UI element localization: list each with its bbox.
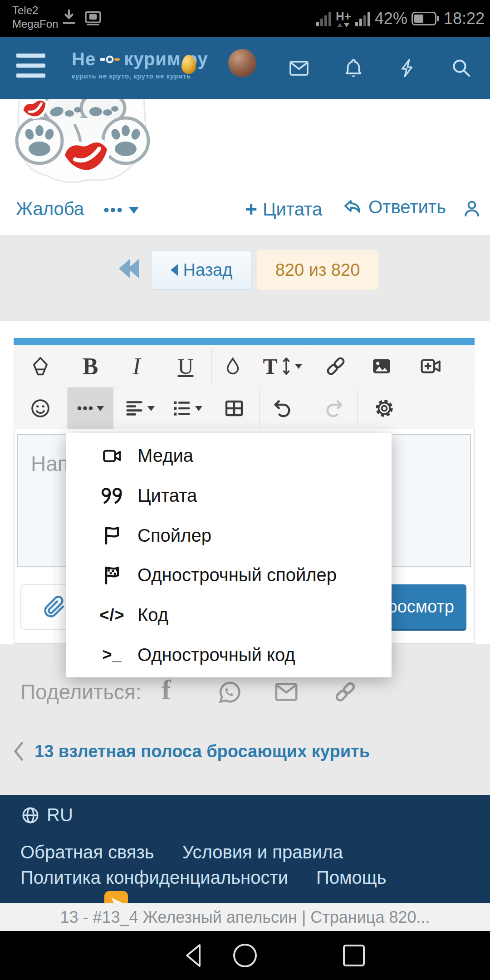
app-header: Не курим.ру курить не круто, круто не ку… — [0, 37, 490, 99]
screen: Tele2 MegaFon H+ 42% 18:22 — [0, 0, 490, 980]
language-label: RU — [47, 805, 73, 825]
menu-item-quote[interactable]: Цитата — [66, 476, 392, 516]
menu-item-code[interactable]: </> Код — [66, 595, 392, 635]
fast-back-icon[interactable] — [119, 259, 139, 278]
screen-cast-icon — [83, 9, 103, 27]
menu-item-spoiler[interactable]: Спойлер — [66, 515, 392, 555]
link-icon[interactable] — [317, 345, 354, 387]
plus-icon: + — [245, 199, 257, 220]
chevron-down-icon — [195, 406, 202, 411]
reply-label: Ответить — [368, 197, 446, 217]
menu-item-label: Код — [137, 605, 168, 625]
link-share-icon[interactable] — [332, 679, 358, 705]
whatsapp-share-icon[interactable] — [217, 679, 243, 706]
image-icon[interactable] — [363, 345, 400, 387]
menu-item-label: Однострочный спойлер — [137, 565, 337, 585]
menu-item-media[interactable]: Медиа — [66, 436, 392, 476]
bold-button[interactable]: B — [72, 345, 109, 387]
thread-title-link[interactable]: 13 взлетная полоса бросающих курить — [34, 742, 370, 761]
gear-icon[interactable] — [366, 387, 402, 429]
site-footer: RU Обратная связь Условия и правила Поли… — [0, 795, 490, 903]
color-droplet-icon[interactable] — [214, 345, 251, 387]
table-icon[interactable] — [216, 387, 252, 429]
data-arrows-icon — [337, 23, 349, 27]
menu-item-inline-code[interactable]: >_ Однострочный код — [66, 635, 392, 675]
chevron-down-icon — [97, 406, 104, 411]
pagination-strip: Назад 820 из 820 — [0, 236, 490, 321]
inline-spoiler-flag-icon — [100, 564, 124, 586]
nav-back-button[interactable] — [183, 943, 203, 968]
logo-word-1: Не — [72, 49, 96, 69]
footer-link-help[interactable]: Помощь — [316, 867, 387, 888]
back-arrow-icon — [171, 264, 178, 276]
smiley-icon[interactable] — [22, 387, 59, 429]
menu-item-label: Цитата — [137, 485, 197, 506]
battery-percent-label: 42% — [375, 9, 407, 28]
more-dots-label: ••• — [103, 201, 123, 220]
footer-link-privacy[interactable]: Политика конфиденциальности — [20, 867, 288, 888]
share-label: Поделиться: — [20, 680, 142, 704]
profile-person-icon[interactable] — [461, 197, 483, 220]
report-link[interactable]: Жалоба — [16, 199, 84, 219]
reply-arrow-icon — [341, 196, 363, 218]
reply-button[interactable]: Ответить — [341, 196, 446, 218]
more-actions-button[interactable]: ••• — [103, 201, 139, 220]
zen-icon[interactable]: ➤ — [104, 891, 128, 903]
globe-icon — [20, 805, 40, 825]
messages-icon[interactable] — [288, 57, 310, 79]
post-actions-row: Жалоба ••• + Цитата Ответить — [0, 195, 490, 228]
footer-links-row1: Обратная связь Условия и правила — [20, 842, 343, 862]
page-indicator-badge[interactable]: 820 из 820 — [257, 250, 378, 290]
cigarette-knot-icon — [100, 54, 120, 64]
code-icon: </> — [100, 606, 124, 625]
chevron-left-icon — [13, 741, 24, 761]
android-status-bar: Tele2 MegaFon H+ 42% 18:22 — [0, 0, 490, 37]
carrier-line1: Tele2 — [12, 4, 58, 17]
post-sticker-image — [11, 99, 152, 185]
quote-button[interactable]: + Цитата — [245, 199, 322, 220]
chevron-down-icon — [129, 207, 139, 214]
breadcrumb[interactable]: 13 взлетная полоса бросающих курить — [0, 741, 370, 761]
status-indicators: H+ 42% 18:22 — [316, 0, 485, 37]
lightning-icon[interactable] — [397, 57, 418, 79]
remove-format-icon[interactable] — [22, 345, 59, 387]
video-icon[interactable] — [412, 345, 450, 387]
editor-accent-bar — [14, 338, 475, 345]
search-icon[interactable] — [450, 57, 473, 79]
align-icon[interactable] — [119, 387, 160, 429]
nav-recents-button[interactable] — [342, 943, 366, 968]
carrier-line2: MegaFon — [12, 17, 58, 31]
browser-tab-title: 13 - #13_4 Железный апельсин | Страница … — [60, 908, 430, 927]
browser-tab-bar[interactable]: 13 - #13_4 Железный апельсин | Страница … — [0, 903, 490, 931]
quote-label: Цитата — [263, 199, 322, 220]
back-button[interactable]: Назад — [151, 250, 252, 290]
battery-icon — [412, 12, 440, 25]
facebook-share-icon[interactable]: f — [162, 676, 171, 704]
menu-item-label: Однострочный код — [137, 645, 295, 665]
user-avatar[interactable] — [228, 49, 256, 77]
undo-icon[interactable] — [265, 387, 301, 429]
italic-button[interactable]: I — [118, 345, 155, 387]
nav-home-button[interactable] — [232, 943, 258, 968]
chevron-down-icon — [147, 406, 155, 411]
list-icon[interactable] — [166, 387, 207, 429]
language-selector[interactable]: RU — [20, 805, 73, 825]
spoiler-flag-icon — [100, 524, 124, 546]
text-size-button[interactable]: T — [259, 345, 306, 387]
network-type-indicator: H+ — [336, 10, 351, 27]
menu-item-inline-spoiler[interactable]: Однострочный спойлер — [66, 555, 392, 595]
media-icon — [100, 446, 124, 466]
page-indicator-label: 820 из 820 — [275, 260, 360, 280]
email-share-icon[interactable] — [273, 679, 299, 705]
underline-button[interactable]: U — [167, 345, 204, 387]
notifications-bell-icon[interactable] — [342, 57, 365, 79]
footer-link-terms[interactable]: Условия и правила — [182, 842, 343, 862]
inline-code-icon: >_ — [100, 645, 124, 664]
editor-more-dropdown: Медиа Цитата Спойлер Однострочный спойле… — [66, 433, 392, 677]
more-tools-button[interactable]: ••• — [68, 387, 113, 429]
quote-icon — [100, 485, 124, 506]
download-icon — [60, 8, 78, 26]
redo-icon[interactable] — [316, 387, 352, 429]
footer-link-feedback[interactable]: Обратная связь — [20, 842, 154, 862]
hamburger-menu-icon[interactable] — [16, 54, 45, 83]
